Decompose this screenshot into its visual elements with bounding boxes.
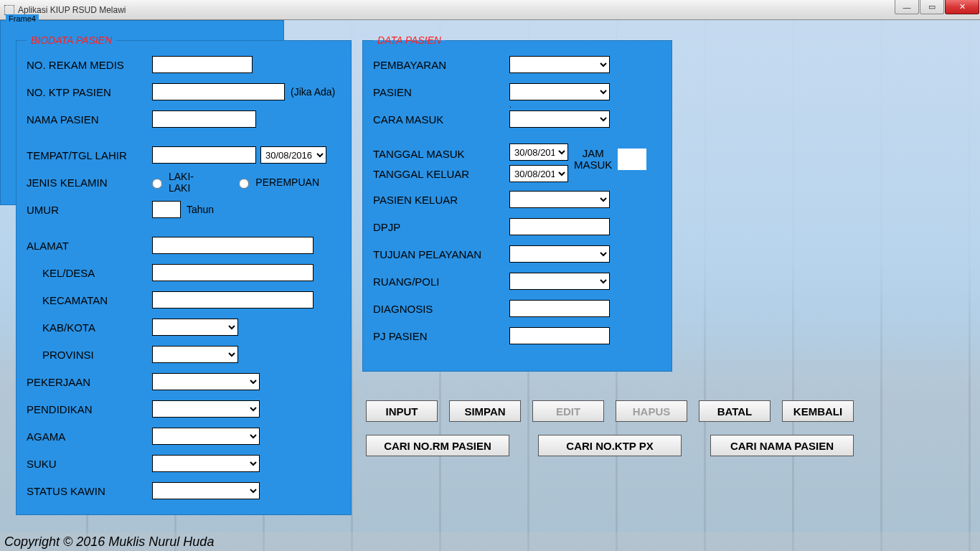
maximize-button[interactable]: ▭ — [920, 0, 944, 14]
radio-perempuan-input[interactable] — [239, 179, 249, 189]
nama-label: NAMA PASIEN — [27, 113, 152, 126]
close-button[interactable]: ✕ — [945, 0, 979, 14]
cari-nama-button[interactable]: CARI NAMA PASIEN — [710, 435, 854, 456]
titlebar: Aplikasi KIUP RSUD Melawi — ▭ ✕ — [0, 0, 980, 20]
pasien-combo[interactable] — [509, 83, 610, 100]
agama-combo[interactable] — [152, 428, 260, 445]
batal-button[interactable]: BATAL — [699, 400, 771, 422]
copyright-label: Copyright © 2016 Muklis Nurul Huda — [0, 532, 980, 551]
pekerjaan-label: PEKERJAAN — [27, 376, 152, 388]
minimize-button[interactable]: — — [895, 0, 919, 14]
window-controls: — ▭ ✕ — [895, 0, 980, 14]
jk-label: JENIS KELAMIN — [27, 176, 149, 189]
no-ktp-note: (Jika Ada) — [291, 86, 335, 98]
edit-button: EDIT — [532, 400, 604, 422]
pembayaran-label: PEMBAYARAN — [373, 59, 509, 71]
ttl-label: TEMPAT/TGL LAHIR — [27, 149, 152, 161]
cara-masuk-label: CARA MASUK — [373, 113, 509, 126]
cari-ktp-button[interactable]: CARI NO.KTP PX — [538, 435, 682, 456]
alamat-input[interactable] — [152, 237, 314, 254]
kel-input[interactable] — [152, 264, 314, 281]
tgl-keluar-label: TANGGAL KELUAR — [373, 164, 509, 184]
pasien-keluar-label: PASIEN KELUAR — [373, 194, 509, 206]
pasien-label: PASIEN — [373, 86, 509, 98]
no-rekam-medis-label: NO. REKAM MEDIS — [27, 59, 152, 71]
agama-label: AGAMA — [27, 430, 152, 443]
dpjp-label: DPJP — [373, 221, 509, 233]
button-row-1: INPUT SIMPAN EDIT HAPUS BATAL KEMBALI — [366, 400, 854, 422]
prov-label: PROVINSI — [27, 349, 152, 361]
datapasien-legend: DATA PASIEN — [373, 34, 446, 46]
ruang-label: RUANG/POLI — [373, 276, 509, 288]
biodata-legend: BIODATA PASIEN — [27, 34, 116, 46]
prov-combo[interactable] — [152, 346, 238, 363]
jam-masuk-input[interactable] — [618, 149, 646, 170]
pendidikan-combo[interactable] — [152, 400, 260, 418]
suku-combo[interactable] — [152, 455, 260, 472]
status-kawin-label: STATUS KAWIN — [27, 485, 152, 497]
radio-perempuan-label: PEREMPUAN — [255, 176, 319, 188]
tgl-keluar-picker[interactable]: 30/08/2016 — [509, 165, 568, 182]
diagnosis-input[interactable] — [509, 300, 610, 317]
pendidikan-label: PENDIDIKAN — [27, 403, 152, 415]
input-button[interactable]: INPUT — [366, 400, 438, 422]
alamat-label: ALAMAT — [27, 240, 152, 252]
pembayaran-combo[interactable] — [509, 56, 610, 73]
status-kawin-combo[interactable] — [152, 482, 260, 499]
cari-rm-button[interactable]: CARI NO.RM PASIEN — [366, 435, 509, 456]
tujuan-combo[interactable] — [509, 245, 610, 263]
radio-laki-laki[interactable]: LAKI-LAKI — [149, 171, 214, 194]
tgl-masuk-picker[interactable]: 30/08/2016 — [509, 143, 568, 161]
pj-input[interactable] — [509, 327, 610, 344]
pekerjaan-combo[interactable] — [152, 373, 260, 390]
frame4-legend: Frame4 — [6, 14, 39, 23]
tgl-lahir-picker[interactable]: 30/08/2016 — [260, 146, 326, 164]
ruang-combo[interactable] — [509, 273, 610, 290]
jam-masuk-label: JAMMASUK — [574, 148, 612, 171]
pj-label: PJ PASIEN — [373, 330, 509, 342]
umur-unit: Tahun — [187, 204, 214, 215]
radio-laki-laki-input[interactable] — [152, 179, 162, 189]
diagnosis-label: DIAGNOSIS — [373, 303, 509, 315]
app-icon — [4, 5, 14, 15]
no-ktp-input[interactable] — [152, 83, 285, 100]
window-title: Aplikasi KIUP RSUD Melawi — [18, 5, 126, 15]
biodata-panel: BIODATA PASIEN NO. REKAM MEDIS NO. KTP P… — [16, 34, 352, 515]
hapus-button: HAPUS — [616, 400, 687, 422]
simpan-button[interactable]: SIMPAN — [449, 400, 521, 422]
radio-perempuan[interactable]: PEREMPUAN — [235, 176, 319, 189]
kel-label: KEL/DESA — [27, 267, 152, 279]
cara-masuk-combo[interactable] — [509, 110, 610, 128]
pasien-keluar-combo[interactable] — [509, 191, 610, 208]
radio-laki-laki-label: LAKI-LAKI — [169, 171, 214, 194]
tempat-lahir-input[interactable] — [152, 146, 256, 164]
no-rekam-medis-input[interactable] — [152, 56, 253, 73]
umur-label: UMUR — [27, 204, 152, 216]
content-area: BIODATA PASIEN NO. REKAM MEDIS NO. KTP P… — [0, 20, 980, 551]
kab-label: KAB/KOTA — [27, 321, 152, 334]
datapasien-panel: DATA PASIEN PEMBAYARAN PASIEN . CARA MAS… — [362, 34, 672, 372]
tgl-masuk-label: TANGGAL MASUK — [373, 143, 509, 164]
dpjp-input[interactable] — [509, 218, 610, 235]
suku-label: SUKU — [27, 458, 152, 470]
no-ktp-label: NO. KTP PASIEN — [27, 86, 152, 98]
kec-label: KECAMATAN — [27, 294, 152, 306]
nama-input[interactable] — [152, 110, 256, 128]
kab-combo[interactable] — [152, 319, 238, 336]
tujuan-label: TUJUAN PELAYANAN — [373, 248, 509, 260]
kec-input[interactable] — [152, 291, 314, 309]
kembali-button[interactable]: KEMBALI — [782, 400, 854, 422]
umur-input[interactable] — [152, 201, 181, 218]
button-row-2: CARI NO.RM PASIEN CARI NO.KTP PX CARI NA… — [366, 435, 854, 456]
